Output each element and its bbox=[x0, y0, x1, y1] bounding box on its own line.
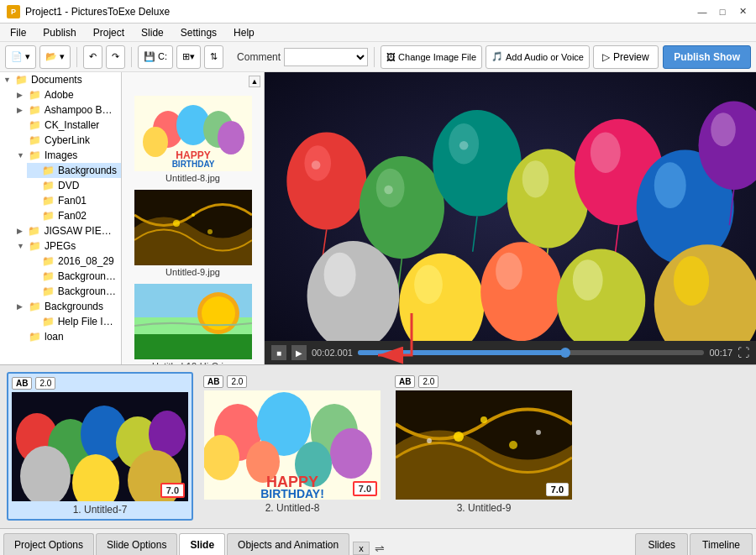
change-image-button[interactable]: 🖼 Change Image File bbox=[381, 45, 482, 69]
tree-item-fan02[interactable]: 📁 Fan02 bbox=[27, 208, 121, 223]
play-button[interactable]: ▶ bbox=[291, 345, 307, 360]
open-button[interactable]: 📂▾ bbox=[39, 45, 71, 69]
menu-settings[interactable]: Settings bbox=[174, 25, 223, 40]
menu-slide[interactable]: Slide bbox=[134, 25, 171, 40]
svg-point-43 bbox=[414, 265, 443, 304]
timeline-tab[interactable]: Timeline bbox=[690, 533, 753, 555]
svg-point-67 bbox=[330, 428, 372, 479]
ab-badge-1: AB bbox=[12, 377, 32, 390]
redo-button[interactable]: ↷ bbox=[106, 45, 125, 69]
open-icon: 📂 bbox=[45, 51, 57, 62]
svg-point-66 bbox=[204, 435, 239, 480]
audio-icon: 🎵 bbox=[491, 51, 503, 62]
slide-image-1: 7.0 bbox=[12, 392, 188, 501]
tree-item-background2[interactable]: 📁 Background... bbox=[27, 284, 121, 299]
tree-item-fan01[interactable]: 📁 Fan01 bbox=[27, 193, 121, 208]
tree-item-2016[interactable]: 📁 2016_08_29 bbox=[27, 254, 121, 269]
tree-item-helpfile[interactable]: 📁 Help File Im... bbox=[27, 314, 121, 329]
tree-item-loan[interactable]: 📁 loan bbox=[13, 329, 121, 344]
tree-item-ck[interactable]: 📁 CK_Installer bbox=[13, 118, 121, 133]
tree-arrow: ▼ bbox=[3, 76, 12, 84]
new-icon: 📄 bbox=[11, 51, 23, 62]
tree-arrow: ▼ bbox=[17, 242, 25, 250]
slide-item-1[interactable]: AB 2.0 7.0 1. Untitled-7 bbox=[7, 372, 193, 521]
thumbnail-panel: ▲ HAPPY BIRTHDAY Untitled-8.jpg bbox=[122, 72, 265, 364]
preview-button[interactable]: ▷ Preview bbox=[593, 45, 659, 69]
fullscreen-button[interactable]: ⛶ bbox=[738, 346, 749, 359]
toolbar-separator-2 bbox=[131, 47, 132, 67]
svg-point-51 bbox=[384, 186, 393, 195]
undo-button[interactable]: ↶ bbox=[83, 45, 102, 69]
folder-icon: 📁 bbox=[42, 270, 55, 282]
tree-item-backgrounds2[interactable]: ▶ 📁 Backgrounds bbox=[13, 299, 121, 314]
folder-icon: 📁 bbox=[29, 104, 41, 116]
slide-item-3[interactable]: AB 2.0 7.0 3. Untitled-9 bbox=[391, 372, 576, 517]
menu-publish[interactable]: Publish bbox=[36, 25, 82, 40]
svg-point-22 bbox=[360, 156, 444, 259]
svg-point-10 bbox=[207, 229, 213, 234]
dur-badge-1: 2.0 bbox=[35, 377, 55, 390]
menu-help[interactable]: Help bbox=[227, 25, 261, 40]
tab-project-options[interactable]: Project Options bbox=[3, 533, 94, 555]
menu-file[interactable]: File bbox=[3, 25, 33, 40]
slide-image-2: HAPPY BIRTHDAY! 7.0 bbox=[204, 390, 381, 500]
tree-item-jigsaw[interactable]: ▶ 📁 JIGSAW PIECES bbox=[13, 223, 121, 238]
tree-item-documents[interactable]: ▼ 📁 Documents bbox=[0, 72, 121, 87]
tree-arrow: ▶ bbox=[17, 91, 25, 99]
app-icon: P bbox=[7, 5, 20, 18]
bottom-tabs: Project Options Slide Options Slide Obje… bbox=[0, 528, 756, 555]
image-icon: 🖼 bbox=[386, 52, 396, 62]
tree-item-background1[interactable]: 📁 Background... bbox=[27, 269, 121, 284]
menu-project[interactable]: Project bbox=[87, 25, 131, 40]
slide-header-2: AB 2.0 bbox=[203, 375, 381, 388]
tab-slide-options[interactable]: Slide Options bbox=[96, 533, 177, 555]
svg-point-9 bbox=[173, 220, 180, 227]
toolbar-separator-1 bbox=[76, 47, 77, 67]
folder-icon: 📁 bbox=[29, 301, 41, 312]
comment-label: Comment bbox=[237, 51, 281, 63]
tree-item-jpegs[interactable]: ▼ 📁 JPEGs bbox=[13, 238, 121, 254]
tree-item-backgrounds[interactable]: 📁 Backgrounds bbox=[27, 163, 121, 178]
folder-icon: 📁 bbox=[42, 255, 55, 267]
tree-arrow: ▼ bbox=[17, 151, 25, 160]
thumbnail-item-2[interactable]: Untitled-9.jpg bbox=[125, 190, 260, 277]
maximize-button[interactable]: □ bbox=[716, 5, 729, 18]
thumbnail-item-1[interactable]: HAPPY BIRTHDAY Untitled-8.jpg bbox=[125, 96, 260, 183]
slide-duration-overlay-2: 7.0 bbox=[353, 481, 377, 496]
window-controls: — □ ✕ bbox=[696, 5, 749, 18]
thumb-image-1: HAPPY BIRTHDAY bbox=[134, 96, 252, 171]
folder-icon: 📁 bbox=[15, 74, 28, 86]
sort-button[interactable]: ⇅ bbox=[204, 45, 223, 69]
play-stop-button[interactable]: ■ bbox=[271, 345, 286, 360]
folder-icon: 📁 bbox=[29, 89, 41, 101]
main-content: ▼ 📁 Documents ▶ 📁 Adobe ▶ 📁 Ashampoo Bur… bbox=[0, 72, 756, 364]
close-tab-button[interactable]: x bbox=[353, 542, 370, 555]
thumb-image-2 bbox=[134, 190, 252, 265]
progress-bar[interactable] bbox=[358, 350, 705, 355]
tab-icon[interactable]: ⇌ bbox=[375, 542, 385, 555]
thumbnail-item-3[interactable]: Untitled-10-Hi-Q.jpg bbox=[125, 284, 260, 364]
scroll-up-button[interactable]: ▲ bbox=[249, 76, 260, 87]
close-button[interactable]: ✕ bbox=[736, 5, 749, 18]
slide-item-2[interactable]: AB 2.0 HAPPY BIRTHDAY! 7.0 2. Untitled-8 bbox=[200, 372, 385, 517]
tab-slide[interactable]: Slide bbox=[179, 533, 225, 555]
new-button[interactable]: 📄▾ bbox=[5, 45, 36, 69]
tree-item-images[interactable]: ▼ 📁 Images bbox=[13, 148, 121, 163]
progress-fill bbox=[358, 350, 566, 355]
publish-button[interactable]: Publish Show bbox=[663, 45, 751, 69]
drive-button[interactable]: 💾 C: bbox=[138, 45, 173, 69]
tab-objects-animation[interactable]: Objects and Animation bbox=[227, 533, 349, 555]
add-audio-button[interactable]: 🎵 Add Audio or Voice bbox=[486, 45, 590, 69]
comment-dropdown[interactable] bbox=[284, 48, 368, 66]
slide-name-1: 1. Untitled-7 bbox=[73, 504, 128, 516]
tree-item-cyberlink[interactable]: 📁 CyberLink bbox=[13, 133, 121, 148]
slides-tab[interactable]: Slides bbox=[635, 533, 688, 555]
svg-point-45 bbox=[496, 253, 522, 290]
view-button[interactable]: ⊞▾ bbox=[176, 45, 201, 69]
preview-icon: ▷ bbox=[602, 51, 610, 63]
minimize-button[interactable]: — bbox=[696, 5, 709, 18]
progress-thumb bbox=[560, 348, 570, 358]
tree-item-ashampoo[interactable]: ▶ 📁 Ashampoo Bur... bbox=[13, 102, 121, 118]
tree-item-adobe[interactable]: ▶ 📁 Adobe bbox=[13, 87, 121, 102]
tree-item-dvd[interactable]: 📁 DVD bbox=[27, 178, 121, 193]
